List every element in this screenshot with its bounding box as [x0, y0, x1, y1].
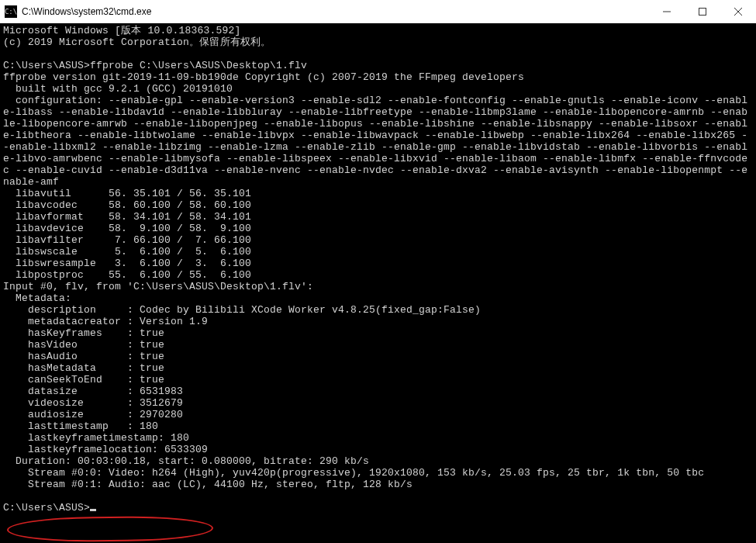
output-line: e-libass --enable-libdav1d --enable-libb…: [3, 106, 747, 118]
output-line: lastkeyframelocation: 6533309: [3, 444, 208, 455]
prompt-line: C:\Users\ASUS>: [3, 502, 90, 514]
output-line: libavcodec 58. 60.100 / 58. 60.100: [3, 199, 251, 211]
output-line: Microsoft Windows [版本 10.0.18363.592]: [3, 25, 240, 36]
output-line: c --enable-cuvid --enable-d3d11va --enab…: [3, 164, 747, 176]
output-line: description : Codec by Bilibili XCode Wo…: [3, 304, 481, 316]
output-line: libswresample 3. 6.100 / 3. 6.100: [3, 258, 251, 269]
output-line: libavdevice 58. 9.100 / 58. 9.100: [3, 223, 251, 234]
minimize-button[interactable]: [649, 0, 685, 23]
output-line: libavfilter 7. 66.100 / 7. 66.100: [3, 234, 251, 246]
output-line: -enable-libxml2 --enable-libzimg --enabl…: [3, 141, 747, 153]
output-line: Input #0, flv, from 'C:\Users\ASUS\Deskt…: [3, 281, 313, 292]
close-button[interactable]: [720, 0, 756, 23]
output-line: (c) 2019 Microsoft Corporation。保留所有权利。: [3, 36, 271, 48]
cmd-window: C:\ C:\Windows\system32\cmd.exe Microsof…: [0, 0, 756, 543]
annotation-circle: [7, 516, 213, 542]
svg-rect-0: [699, 9, 706, 16]
output-line: canSeekToEnd : true: [3, 374, 164, 386]
maximize-icon: [699, 8, 706, 16]
output-line: Stream #0:1: Audio: aac (LC), 44100 Hz, …: [3, 479, 413, 490]
output-line: metadatacreator : Version 1.9: [3, 316, 208, 327]
output-line: hasMetadata : true: [3, 362, 164, 374]
output-line: libpostproc 55. 6.100 / 55. 6.100: [3, 269, 251, 281]
output-line: built with gcc 9.2.1 (GCC) 20191010: [3, 83, 233, 95]
output-line: le-libopencore-amrwb --enable-libopenjpe…: [3, 118, 747, 130]
output-line: Duration: 00:03:00.18, start: 0.080000, …: [3, 455, 369, 467]
output-line: libavutil 56. 35.101 / 56. 35.101: [3, 188, 251, 199]
output-line: lasttimestamp : 180: [3, 420, 158, 432]
output-line: libswscale 5. 6.100 / 5. 6.100: [3, 246, 251, 258]
output-line: hasAudio : true: [3, 351, 164, 362]
titlebar[interactable]: C:\ C:\Windows\system32\cmd.exe: [0, 0, 756, 23]
window-title: C:\Windows\system32\cmd.exe: [22, 6, 151, 17]
output-line: libavformat 58. 34.101 / 58. 34.101: [3, 211, 251, 223]
output-line: lastkeyframetimestamp: 180: [3, 432, 189, 444]
output-line: e-libtheora --enable-libtwolame --enable…: [3, 130, 747, 141]
output-line: datasize : 6531983: [3, 386, 183, 397]
close-icon: [734, 8, 742, 16]
maximize-button[interactable]: [685, 0, 720, 23]
terminal-output[interactable]: Microsoft Windows [版本 10.0.18363.592] (c…: [0, 23, 756, 543]
output-line: Stream #0:0: Video: h264 (High), yuv420p…: [3, 467, 704, 479]
minimize-icon: [663, 8, 671, 16]
output-line: e-libvo-amrwbenc --enable-libmysofa --en…: [3, 153, 747, 164]
output-line: ffprobe version git-2019-11-09-bb190de C…: [3, 71, 524, 83]
cmd-icon: C:\: [5, 5, 17, 18]
output-line: audiosize : 2970280: [3, 409, 183, 420]
output-line: videosize : 3512679: [3, 397, 183, 409]
output-line: Metadata:: [3, 292, 71, 304]
output-line: hasVideo : true: [3, 339, 164, 351]
output-line: nable-amf: [3, 176, 59, 188]
output-line: C:\Users\ASUS>ffprobe C:\Users\ASUS\Desk…: [3, 60, 307, 71]
output-line: hasKeyframes : true: [3, 327, 164, 339]
output-line: configuration: --enable-gpl --enable-ver…: [3, 95, 747, 106]
cursor: [90, 509, 96, 511]
